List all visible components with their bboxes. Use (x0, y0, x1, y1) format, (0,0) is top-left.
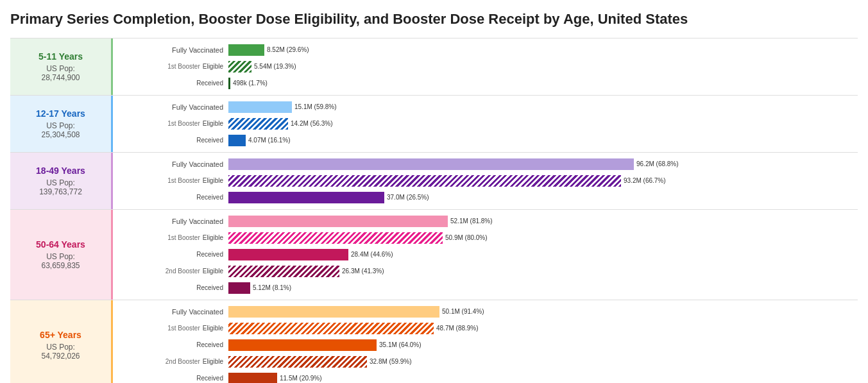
chart-container: 5-11 YearsUS Pop:28,744,900Fully Vaccina… (10, 38, 858, 383)
bar-value-12-17-2: 4.07M (16.1%) (248, 137, 291, 144)
bar-row-12-17-1: 1st BoosterEligible14.2M (56.3%) (113, 117, 858, 131)
bar-row-50-64-2: Received28.4M (44.6%) (113, 248, 858, 262)
bar-value-5-11-2: 498k (1.7%) (233, 80, 268, 87)
bar-value-65plus-1: 48.7M (88.9%) (436, 325, 479, 332)
bars-section-5-11: Fully Vaccinated8.52M (29.6%)1st Booster… (113, 38, 858, 95)
bar-fill-65plus-1: 48.7M (88.9%) (228, 323, 434, 334)
bar-label-booster_received-18-49: Received (113, 194, 228, 201)
bar-fill-18-49-0: 96.2M (68.8%) (228, 158, 634, 170)
bar-label-booster2_eligible-65plus: 2nd BoosterEligible (113, 358, 228, 365)
bar-row-65plus-4: Received11.5M (20.9%) (113, 371, 858, 383)
bars-section-18-49: Fully Vaccinated96.2M (68.8%)1st Booster… (113, 153, 858, 209)
bar-fill-50-64-0: 52.1M (81.8%) (228, 216, 448, 227)
bar-value-65plus-3: 32.8M (59.9%) (370, 358, 412, 365)
bar-row-12-17-0: Fully Vaccinated15.1M (59.8%) (113, 100, 858, 114)
bar-fill-50-64-2: 28.4M (44.6%) (228, 249, 348, 260)
bar-label-fully-vaccinated-50-64: Fully Vaccinated (113, 217, 228, 225)
bar-fill-5-11-0: 8.52M (29.6%) (228, 44, 264, 56)
bar-value-18-49-0: 96.2M (68.8%) (636, 160, 679, 167)
bar-value-18-49-1: 93.2M (66.7%) (624, 177, 666, 184)
bar-fill-12-17-2: 4.07M (16.1%) (228, 135, 246, 146)
bar-value-5-11-1: 5.54M (19.3%) (254, 63, 296, 70)
bar-label-booster_eligible-65plus: 1st BoosterEligible (113, 325, 228, 332)
bar-row-18-49-1: 1st BoosterEligible93.2M (66.7%) (113, 174, 858, 188)
bar-label-booster_received-5-11: Received (113, 80, 228, 87)
bar-row-65plus-2: Received35.1M (64.0%) (113, 338, 858, 352)
bar-label-booster_received-50-64: Received (113, 251, 228, 258)
bar-value-65plus-2: 35.1M (64.0%) (379, 341, 421, 348)
bar-fill-12-17-1: 14.2M (56.3%) (228, 118, 288, 130)
bar-label-booster2_eligible-50-64: 2nd BoosterEligible (113, 268, 228, 275)
bar-fill-12-17-0: 15.1M (59.8%) (228, 101, 292, 113)
bar-fill-50-64-4: 5.12M (8.1%) (228, 282, 250, 294)
bar-row-50-64-4: Received5.12M (8.1%) (113, 281, 858, 295)
bars-section-12-17: Fully Vaccinated15.1M (59.8%)1st Booster… (113, 96, 858, 152)
bar-fill-65plus-3: 32.8M (59.9%) (228, 356, 367, 368)
bars-section-65plus: Fully Vaccinated50.1M (91.4%)1st Booster… (113, 300, 858, 383)
bar-label-booster2_received-65plus: Received (113, 375, 228, 382)
age-group-50-64: 50-64 YearsUS Pop:63,659,835Fully Vaccin… (10, 209, 858, 300)
bar-value-50-64-3: 26.3M (41.3%) (342, 268, 384, 275)
bar-row-50-64-1: 1st BoosterEligible50.9M (80.0%) (113, 231, 858, 245)
bar-label-booster_received-12-17: Received (113, 137, 228, 144)
bar-row-50-64-3: 2nd BoosterEligible26.3M (41.3%) (113, 264, 858, 278)
bar-label-fully-vaccinated-12-17: Fully Vaccinated (113, 103, 228, 111)
bar-value-5-11-0: 8.52M (29.6%) (267, 46, 309, 53)
bar-value-12-17-0: 15.1M (59.8%) (294, 103, 337, 110)
bar-fill-18-49-1: 93.2M (66.7%) (228, 175, 621, 187)
chart-title: Primary Series Completion, Booster Dose … (10, 10, 858, 29)
bar-fill-65plus-2: 35.1M (64.0%) (228, 339, 377, 351)
bar-label-booster_eligible-5-11: 1st BoosterEligible (113, 63, 228, 70)
bar-fill-65plus-4: 11.5M (20.9%) (228, 373, 277, 383)
bar-value-50-64-1: 50.9M (80.0%) (445, 234, 488, 241)
age-group-18-49: 18-49 YearsUS Pop:139,763,772Fully Vacci… (10, 152, 858, 209)
bar-value-18-49-2: 37.0M (26.5%) (387, 194, 429, 201)
bar-label-fully-vaccinated-5-11: Fully Vaccinated (113, 46, 228, 54)
bar-fill-65plus-0: 50.1M (91.4%) (228, 306, 439, 318)
bar-row-18-49-0: Fully Vaccinated96.2M (68.8%) (113, 157, 858, 171)
bar-label-booster_eligible-18-49: 1st BoosterEligible (113, 177, 228, 184)
bar-fill-5-11-2: 498k (1.7%) (228, 78, 230, 89)
bar-row-18-49-2: Received37.0M (26.5%) (113, 191, 858, 205)
bar-value-50-64-0: 52.1M (81.8%) (450, 217, 493, 225)
age-group-5-11: 5-11 YearsUS Pop:28,744,900Fully Vaccina… (10, 38, 858, 95)
age-label-50-64: 50-64 YearsUS Pop:63,659,835 (10, 210, 113, 300)
bar-row-5-11-0: Fully Vaccinated8.52M (29.6%) (113, 43, 858, 57)
bar-fill-50-64-3: 26.3M (41.3%) (228, 266, 339, 277)
bar-fill-5-11-1: 5.54M (19.3%) (228, 61, 251, 72)
bar-row-12-17-2: Received4.07M (16.1%) (113, 133, 858, 148)
bar-value-50-64-4: 5.12M (8.1%) (253, 284, 291, 291)
bar-row-65plus-1: 1st BoosterEligible48.7M (88.9%) (113, 321, 858, 336)
bar-label-fully-vaccinated-65plus: Fully Vaccinated (113, 308, 228, 316)
bar-value-50-64-2: 28.4M (44.6%) (351, 251, 393, 258)
bar-fill-50-64-1: 50.9M (80.0%) (228, 232, 443, 244)
age-group-65plus: 65+ YearsUS Pop:54,792,026Fully Vaccinat… (10, 300, 858, 383)
bar-row-5-11-2: Received498k (1.7%) (113, 76, 858, 90)
bar-label-fully-vaccinated-18-49: Fully Vaccinated (113, 160, 228, 168)
age-label-18-49: 18-49 YearsUS Pop:139,763,772 (10, 153, 113, 209)
bar-label-booster_eligible-12-17: 1st BoosterEligible (113, 120, 228, 127)
bar-value-65plus-0: 50.1M (91.4%) (442, 308, 484, 315)
age-group-12-17: 12-17 YearsUS Pop:25,304,508Fully Vaccin… (10, 95, 858, 152)
bar-label-booster2_received-50-64: Received (113, 284, 228, 291)
bar-row-5-11-1: 1st BoosterEligible5.54M (19.3%) (113, 60, 858, 74)
bar-row-65plus-3: 2nd BoosterEligible32.8M (59.9%) (113, 355, 858, 369)
bar-value-12-17-1: 14.2M (56.3%) (291, 120, 333, 127)
bar-label-booster_eligible-50-64: 1st BoosterEligible (113, 234, 228, 241)
bars-section-50-64: Fully Vaccinated52.1M (81.8%)1st Booster… (113, 210, 858, 300)
bar-value-65plus-4: 11.5M (20.9%) (280, 375, 322, 382)
age-label-12-17: 12-17 YearsUS Pop:25,304,508 (10, 96, 113, 152)
age-label-65plus: 65+ YearsUS Pop:54,792,026 (10, 300, 113, 383)
bar-label-booster_received-65plus: Received (113, 341, 228, 348)
age-label-5-11: 5-11 YearsUS Pop:28,744,900 (10, 38, 113, 95)
bar-row-65plus-0: Fully Vaccinated50.1M (91.4%) (113, 305, 858, 319)
bar-row-50-64-0: Fully Vaccinated52.1M (81.8%) (113, 214, 858, 228)
bar-fill-18-49-2: 37.0M (26.5%) (228, 192, 384, 203)
